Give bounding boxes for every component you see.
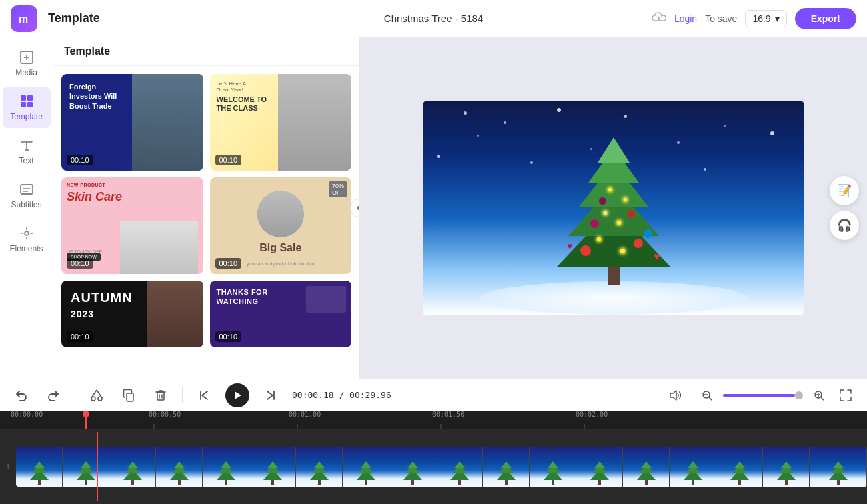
undo-button[interactable] — [11, 385, 32, 406]
track-content — [16, 432, 867, 501]
zoom-area — [696, 385, 856, 406]
to-save-label: To save — [705, 13, 737, 24]
cut-button[interactable] — [86, 385, 107, 406]
zoom-slider[interactable] — [723, 394, 803, 397]
track-number: 1 — [0, 432, 16, 501]
aspect-ratio-selector[interactable]: 16:9 ▾ — [745, 10, 786, 27]
template-card-2[interactable]: Let's Have AGreat Year! WELCOME TOTHE CL… — [210, 74, 352, 171]
video-track[interactable] — [16, 447, 867, 487]
svg-point-18 — [25, 231, 29, 235]
text-icon — [19, 137, 35, 153]
sidebar-elements-label: Elements — [9, 244, 43, 253]
right-tools: 📝 🎧 — [830, 176, 859, 240]
svg-rect-28 — [157, 392, 164, 400]
template-panel-header: Template — [53, 37, 359, 66]
svg-rect-15 — [21, 185, 33, 194]
headset-tool-button[interactable]: 🎧 — [830, 211, 859, 240]
cloud-icon — [652, 11, 666, 25]
sidebar-item-subtitles[interactable]: Subtitles — [3, 175, 51, 216]
delete-button[interactable] — [150, 385, 171, 406]
zoom-out-button[interactable] — [696, 385, 718, 406]
aspect-ratio-value: 16:9 — [752, 13, 770, 24]
sidebar-subtitles-label: Subtitles — [11, 200, 41, 209]
template-card-3[interactable]: NEW PRODUCT Skin Care UP TO 40% OFF SHOP… — [61, 177, 203, 274]
sidebar-media-label: Media — [15, 68, 37, 77]
card4-duration: 00:10 — [215, 258, 242, 269]
redo-button[interactable] — [43, 385, 64, 406]
notepad-tool-button[interactable]: 📝 — [830, 176, 859, 205]
svg-rect-7 — [27, 95, 33, 101]
svg-rect-27 — [127, 393, 133, 401]
svg-text:m: m — [19, 13, 28, 25]
card6-duration: 00:10 — [215, 331, 242, 342]
sidebar-item-text[interactable]: Text — [3, 131, 51, 172]
template-card-4[interactable]: 70%OFF Big Sale you can add product intr… — [210, 177, 352, 274]
subtitles-icon — [19, 181, 35, 197]
project-name: Christmas Tree - 5184 — [384, 13, 483, 24]
svg-line-36 — [709, 397, 712, 400]
template-card-6[interactable]: THANKS FORWATCHING 00:10 — [210, 281, 352, 347]
bottom-toolbar: 00:00.18 / 00:29.96 — [0, 379, 867, 411]
next-frame-button[interactable] — [260, 385, 281, 406]
copy-button[interactable] — [118, 385, 139, 406]
play-button[interactable] — [225, 383, 249, 407]
template-card-1[interactable]: ForeignInvestors WillBoost Trade 00:10 — [61, 74, 203, 171]
plus-square-icon — [19, 49, 35, 65]
template-grid: ForeignInvestors WillBoost Trade 00:10 L… — [53, 66, 359, 355]
sidebar-item-template[interactable]: Template — [3, 87, 51, 128]
current-time: 00:00.18 / 00:29.96 — [292, 390, 391, 400]
elements-icon — [19, 225, 35, 241]
sidebar-template-label: Template — [10, 112, 43, 121]
svg-rect-6 — [21, 95, 26, 101]
svg-rect-8 — [21, 102, 26, 107]
chevron-down-icon: ▾ — [775, 13, 780, 24]
timeline-ruler: 00:00.00 00:00.50 00:01.00 00:01.50 00:0… — [0, 411, 867, 429]
timeline-area: 00:00.00 00:00.50 00:01.00 00:01.50 00:0… — [0, 411, 867, 504]
template-card-5[interactable]: AUTUMN2023 00:10 — [61, 281, 203, 347]
panel-title: Template — [48, 11, 100, 25]
card5-duration: 00:10 — [67, 331, 93, 342]
svg-line-40 — [821, 397, 824, 400]
sidebar-item-media[interactable]: Media — [3, 43, 51, 84]
volume-area — [664, 385, 686, 406]
sidebar-text-label: Text — [19, 156, 33, 165]
timeline-tracks: 1 — [0, 429, 867, 504]
svg-marker-32 — [235, 391, 241, 399]
login-link[interactable]: Login — [674, 13, 697, 24]
sidebar-item-elements[interactable]: Elements — [3, 219, 51, 260]
template-panel: Template ForeignInvestors WillBoost Trad… — [53, 37, 360, 379]
grid-icon — [19, 93, 35, 109]
time-separator: / — [339, 390, 349, 400]
card3-duration: 00:10 — [67, 258, 93, 269]
sidebar: Media Template Text — [0, 37, 53, 379]
app-logo: m — [11, 5, 37, 32]
video-preview: ♥ ♥ — [423, 101, 804, 315]
export-button[interactable]: Export — [795, 8, 856, 29]
volume-button[interactable] — [664, 385, 686, 406]
svg-rect-9 — [27, 102, 33, 107]
zoom-in-button[interactable] — [808, 385, 830, 406]
fullscreen-button[interactable] — [835, 385, 856, 406]
prev-frame-button[interactable] — [193, 385, 215, 406]
preview-area: ♥ ♥ 📝 🎧 — [360, 37, 867, 379]
